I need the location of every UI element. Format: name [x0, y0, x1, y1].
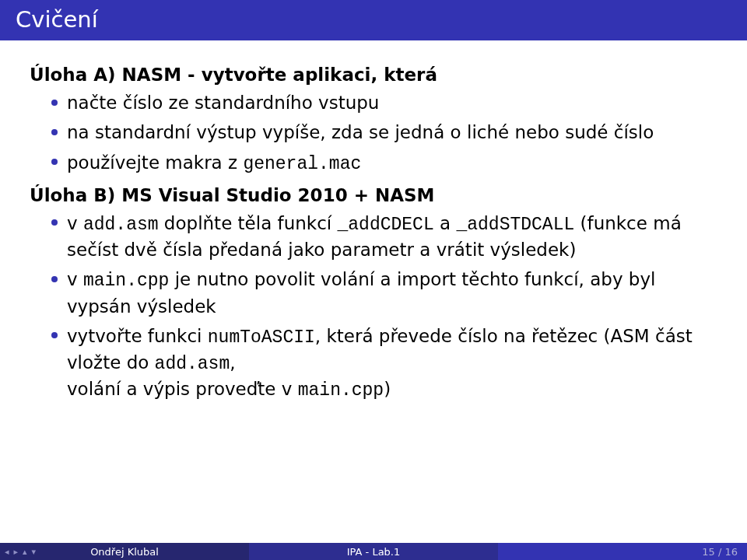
list-item: v add.asm doplňte těla funkcí _addCDECL … — [51, 211, 717, 262]
footer-page-segment: 15 / 16 — [498, 543, 747, 560]
task-a-heading: Úloha A) NASM - vytvořte aplikaci, která — [30, 62, 717, 87]
item-text: v — [67, 213, 83, 233]
task-b-heading: Úloha B) MS Visual Studio 2010 + NASM — [30, 183, 717, 208]
footer: ◂ ▸ ▴ ▾ Ondřej Klubal IPA - Lab.1 15 / 1… — [0, 543, 747, 560]
code-text: main.cpp — [298, 380, 384, 401]
item-text: používejte makra z — [67, 152, 243, 173]
footer-author: Ondřej Klubal — [90, 546, 159, 558]
slide-title: Cvičení — [0, 0, 747, 40]
footer-title-segment: IPA - Lab.1 — [249, 543, 498, 560]
item-text: ) — [384, 379, 391, 399]
nav-down-icon[interactable]: ▾ — [32, 547, 37, 557]
list-item: vytvořte funkci numToASCII, která převed… — [51, 324, 717, 404]
nav-prev-icon[interactable]: ◂ — [5, 547, 9, 557]
list-item: na standardní výstup vypíše, zda se jedn… — [51, 120, 717, 145]
item-text: v — [67, 269, 83, 289]
item-text: , — [230, 352, 235, 373]
nav-icons[interactable]: ◂ ▸ ▴ ▾ — [5, 547, 36, 557]
page-number: 15 / 16 — [702, 546, 738, 558]
item-text: vytvořte funkci — [67, 326, 208, 346]
nav-up-icon[interactable]: ▴ — [23, 547, 27, 557]
slide-content: Úloha A) NASM - vytvořte aplikaci, která… — [0, 40, 747, 403]
task-b-list: v add.asm doplňte těla funkcí _addCDECL … — [30, 211, 717, 403]
code-text: _addCDECL — [337, 215, 433, 235]
item-text: volání a výpis proveďte v — [67, 379, 298, 399]
code-text: general.mac — [243, 154, 361, 174]
footer-title: IPA - Lab.1 — [347, 546, 401, 558]
nav-next-icon[interactable]: ▸ — [14, 547, 19, 557]
code-text: _addSTDCALL — [456, 215, 574, 235]
code-text: main.cpp — [83, 271, 169, 291]
item-text: a — [434, 213, 457, 233]
task-a-list: načte číslo ze standardního vstupu na st… — [30, 90, 717, 177]
list-item: načte číslo ze standardního vstupu — [51, 90, 717, 115]
list-item: používejte makra z general.mac — [51, 150, 717, 177]
slide: Cvičení Úloha A) NASM - vytvořte aplikac… — [0, 0, 747, 560]
item-text: doplňte těla funkcí — [159, 213, 338, 233]
footer-author-segment: ◂ ▸ ▴ ▾ Ondřej Klubal — [0, 543, 249, 560]
code-text: add.asm — [83, 215, 159, 235]
list-item: v main.cpp je nutno povolit volání a imp… — [51, 267, 717, 318]
code-text: add.asm — [155, 354, 230, 374]
code-text: numToASCII — [208, 327, 315, 348]
